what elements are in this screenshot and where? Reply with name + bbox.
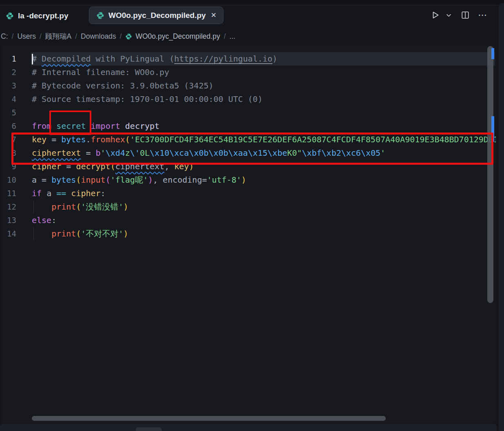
- code-line[interactable]: 7key = bytes.fromhex('EC3700DFCD4F364EC5…: [1, 133, 496, 146]
- code-text: # Source timestamp: 1970-01-01 00:00:00 …: [32, 93, 496, 106]
- breadcrumb-item-users[interactable]: Users: [17, 32, 36, 41]
- line-number: 11: [1, 187, 16, 200]
- code-text: print('不对不对'): [32, 227, 496, 241]
- code-text: # Internal filename: WO0o.py: [32, 66, 496, 79]
- python-file-icon: [6, 12, 14, 20]
- code-line[interactable]: 9cipher = decrypt(ciphertext, key): [1, 160, 496, 173]
- run-dropdown-chevron-icon[interactable]: [446, 12, 452, 18]
- close-icon[interactable]: ✕: [210, 11, 217, 20]
- split-editor-icon[interactable]: [461, 11, 470, 20]
- line-number: 8: [1, 146, 16, 160]
- breadcrumb-item-user[interactable]: 顾翔瑞A: [45, 31, 71, 41]
- more-actions-icon[interactable]: ⋯: [478, 10, 488, 20]
- breadcrumb-separator: /: [120, 32, 122, 41]
- tab-label: WO0o.pyc_Decompiled.py: [108, 11, 206, 20]
- code-line[interactable]: 10a = bytes(input('flag呢'), encoding='ut…: [1, 173, 496, 187]
- line-number: 13: [1, 214, 16, 227]
- code-text: if a == cipher:: [32, 187, 496, 200]
- code-line[interactable]: 5: [1, 106, 496, 119]
- python-file-icon: [96, 11, 104, 20]
- line-number: 9: [1, 160, 16, 173]
- breadcrumb: C: / Users / 顾翔瑞A / Downloads / WO0o.pyc…: [1, 30, 235, 42]
- horizontal-scrollbar[interactable]: [32, 416, 386, 421]
- code-line[interactable]: 3# Bytecode version: 3.9.0beta5 (3425): [1, 79, 496, 93]
- code-text: # Decompiled with PyLingual (https://pyl…: [32, 52, 496, 66]
- code-line[interactable]: 4# Source timestamp: 1970-01-01 00:00:00…: [1, 93, 496, 106]
- breadcrumb-separator: /: [12, 32, 14, 41]
- text-cursor: [32, 54, 33, 64]
- code-lines: 1# Decompiled with PyLingual (https://py…: [1, 52, 496, 241]
- tab-la-decrypt[interactable]: la -decrypt.py: [6, 9, 69, 23]
- code-editor-window: la -decrypt.py WO0o.pyc_Decompiled.py ✕ …: [0, 0, 504, 431]
- breadcrumb-item-drive[interactable]: C:: [1, 32, 8, 41]
- overview-ruler-marker: [491, 116, 494, 142]
- line-number: 1: [1, 52, 16, 66]
- bottom-panel-tab[interactable]: [136, 427, 162, 431]
- code-text: a = bytes(input('flag呢'), encoding='utf-…: [32, 173, 496, 187]
- code-text: # Bytecode version: 3.9.0beta5 (3425): [32, 79, 496, 93]
- breadcrumb-item-downloads[interactable]: Downloads: [81, 32, 116, 41]
- editor-pane[interactable]: 1# Decompiled with PyLingual (https://py…: [1, 46, 496, 423]
- line-number: 12: [1, 200, 16, 214]
- code-text: print('没错没错'): [32, 200, 496, 214]
- code-text: else:: [32, 214, 496, 227]
- code-line[interactable]: 13else:: [1, 214, 496, 227]
- code-line[interactable]: 8ciphertext = b'\xd4z\'0L\x10\xca\x0b\x0…: [1, 146, 496, 160]
- line-number: 6: [1, 119, 16, 133]
- code-line[interactable]: 12 print('没错没错'): [1, 200, 496, 214]
- line-number: 10: [1, 173, 16, 187]
- line-number: 4: [1, 93, 16, 106]
- bottom-panel-edge: [0, 424, 497, 431]
- code-line[interactable]: 6from secret import decrypt: [1, 119, 496, 133]
- breadcrumb-separator: /: [224, 32, 226, 41]
- adjacent-panel-edge: [498, 3, 504, 431]
- line-number: 2: [1, 66, 16, 79]
- editor-actions: ⋯: [430, 10, 488, 20]
- code-text: cipher = decrypt(ciphertext, key): [32, 160, 496, 173]
- breadcrumb-item-file[interactable]: WO0o.pyc_Decompiled.py: [125, 32, 220, 41]
- code-line[interactable]: 1# Decompiled with PyLingual (https://py…: [1, 52, 496, 66]
- tab-wo0o-decompiled[interactable]: WO0o.pyc_Decompiled.py ✕: [89, 7, 223, 24]
- breadcrumb-overflow[interactable]: ...: [230, 32, 236, 41]
- vertical-scrollbar[interactable]: [487, 46, 493, 303]
- run-button[interactable]: [430, 10, 440, 20]
- python-file-icon: [125, 33, 132, 40]
- code-line[interactable]: 14 print('不对不对'): [1, 227, 496, 241]
- breadcrumb-separator: /: [75, 32, 77, 41]
- line-number: 7: [1, 133, 16, 146]
- tab-label: la -decrypt.py: [18, 11, 69, 20]
- code-line[interactable]: 2# Internal filename: WO0o.py: [1, 66, 496, 79]
- code-line[interactable]: 11if a == cipher:: [1, 187, 496, 200]
- code-text: ciphertext = b'\xd4z\'0L\x10\xca\x0b\x0b…: [32, 146, 496, 160]
- line-number: 14: [1, 227, 16, 241]
- code-text: key = bytes.fromhex('EC3700DFCD4F364EC54…: [32, 133, 496, 146]
- code-text: from secret import decrypt: [32, 119, 496, 133]
- line-number: 3: [1, 79, 16, 93]
- breadcrumb-file-label: WO0o.pyc_Decompiled.py: [135, 32, 220, 41]
- line-number: 5: [1, 106, 16, 119]
- overview-ruler-marker: [491, 48, 494, 59]
- tab-bar: la -decrypt.py WO0o.pyc_Decompiled.py ✕ …: [0, 0, 498, 28]
- breadcrumb-separator: /: [40, 32, 42, 41]
